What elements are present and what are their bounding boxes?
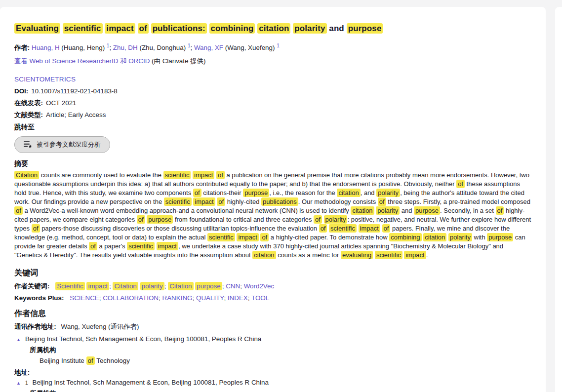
highlighted-term: purpose <box>414 206 440 215</box>
highlighted-term: polarity <box>376 189 400 197</box>
authors-row: 作者: Huang, H (Huang, Heng) 1; Zhu, DH (Z… <box>14 44 532 52</box>
keyword-scientific-impact[interactable]: impact <box>86 282 109 290</box>
highlighted-term: impact <box>404 251 426 259</box>
corresponding-address-row: ▲ Beijing Inst Technol, Sch Management &… <box>14 335 532 343</box>
keyword-cnn[interactable]: CNN <box>226 282 240 290</box>
author-keywords-list: Scientific impact; Citation polarity; Ci… <box>55 282 274 290</box>
author-affiliation-sup[interactable]: 1 <box>277 42 280 48</box>
text-run <box>380 225 382 232</box>
document-type-label: 文献类型: <box>14 111 43 118</box>
collapse-triangle-icon[interactable]: ▲ <box>16 381 21 386</box>
text-run: ; <box>191 44 194 51</box>
collapse-triangle-icon[interactable]: ▲ <box>16 337 21 342</box>
text-run: . Our methodology consists <box>298 198 378 205</box>
highlighted-term: of <box>89 242 97 250</box>
text-run <box>149 24 151 33</box>
document-type-row: 文献类型:Article; Early Access <box>14 111 532 119</box>
text-run: ; <box>240 282 243 290</box>
address-row-1: ▲ 1 Beijing Inst Technol, Sch Management… <box>14 379 532 386</box>
published-online-label: 在线发表: <box>14 99 43 107</box>
highlighted-term: of <box>14 206 23 215</box>
highlighted-term: of <box>193 189 201 197</box>
highlighted-term: of <box>319 224 327 233</box>
keywords-plus-ranking[interactable]: RANKING <box>162 294 193 302</box>
text-run: Beijing Institute <box>40 357 86 364</box>
text-run: (Zhu, Donghua) <box>138 44 188 51</box>
text-run: three steps. Firstly, a pre-trained mode… <box>386 198 530 205</box>
highlighted-term: scientific <box>329 224 357 233</box>
text-run: (Huang, Heng) <box>60 44 107 51</box>
author-link-wang-xf[interactable]: Wang, XF <box>194 44 223 51</box>
highlighted-term: of <box>260 233 269 241</box>
author-keywords-row: 作者关键词: Scientific impact; Citation polar… <box>14 282 532 291</box>
citing-references-deep-analysis-label: 被引参考文献深度分析 <box>37 140 101 149</box>
highlighted-term: purpose <box>347 23 383 34</box>
keyword-citation-polarity[interactable]: Citation <box>113 282 138 290</box>
keyword-citation-polarity[interactable]: polarity <box>140 282 164 290</box>
author-keywords-label: 作者关键词: <box>14 282 49 290</box>
citing-references-deep-analysis-button[interactable]: 被引参考文献深度分析 <box>14 136 110 153</box>
keywords-plus-quality[interactable]: QUALITY <box>196 294 224 302</box>
right-panel-edge <box>555 7 562 392</box>
highlighted-term: polarity <box>293 23 326 34</box>
text-run: ; <box>109 44 113 51</box>
highlighted-term: of <box>314 215 322 224</box>
published-online-row: 在线发表:OCT 2021 <box>14 99 532 108</box>
keyword-citation-purpose[interactable]: purpose <box>195 282 222 290</box>
published-online-value: OCT 2021 <box>46 99 77 107</box>
jump-to-label: 跳转至 <box>14 123 532 132</box>
author-link-huang-h[interactable]: Huang, H <box>32 44 60 51</box>
highlighted-term: publications: <box>151 23 207 34</box>
keyword-scientific-impact[interactable]: Scientific <box>55 282 85 290</box>
highlighted-term: scientific <box>163 171 191 179</box>
highlighted-term: scientific <box>207 233 235 241</box>
addresses-label: 地址: <box>14 368 532 377</box>
highlighted-term: polarity <box>376 206 400 215</box>
author-link-zhu-dh[interactable]: Zhu, DH <box>113 44 138 51</box>
highlighted-term: of <box>217 197 225 206</box>
keywords-plus-tool[interactable]: TOOL <box>251 294 269 302</box>
keywords-plus-row: Keywords Plus: SCIENCE; COLLABORATION; R… <box>14 294 532 303</box>
corresponding-author-value: Wang, Xuefeng (通讯作者) <box>61 323 139 330</box>
text-run: ; <box>248 294 251 302</box>
highlighted-term: polarity <box>448 233 472 241</box>
keyword-word2vec[interactable]: Word2Vec <box>244 282 275 290</box>
address-text: Beijing Inst Technol, Sch Management & E… <box>32 379 268 386</box>
highlighted-term: of <box>216 171 225 179</box>
highlighted-term: of <box>138 23 149 34</box>
affiliation-name: Beijing Institute of Technology <box>40 357 532 364</box>
highlighted-term: Evaluating <box>14 23 60 34</box>
highlighted-term: citation <box>337 189 360 197</box>
keyword-citation-purpose[interactable]: Citation <box>168 282 193 290</box>
highlighted-term: purpose <box>147 215 173 224</box>
text-run: (Wang, Xuefeng) <box>223 44 277 51</box>
highlighted-term: combining <box>209 23 255 34</box>
highlighted-term: impact <box>237 233 258 241</box>
researcherid-orcid-link[interactable]: 查看 Web of Science ResearcherID 和 ORCID <box>14 57 150 65</box>
article-record-card: Evaluating scientific impact of publicat… <box>0 7 546 392</box>
highlighted-term: impact <box>193 197 215 206</box>
text-link[interactable] <box>138 282 140 290</box>
text-run: highly-cited <box>225 198 261 205</box>
text-run: , i.e., the reason for the <box>269 189 337 196</box>
highlighted-term: citation <box>257 23 290 34</box>
highlighted-term: of <box>378 197 386 206</box>
highlighted-term: polarity <box>324 215 348 224</box>
highlighted-term: impact <box>157 242 178 250</box>
corresponding-author-label: 通讯作者地址: <box>14 323 56 330</box>
highlighted-term: scientific <box>375 251 402 259</box>
text-run: a Word2Vec-a well-known word embedding a… <box>23 207 351 214</box>
highlighted-term: citation <box>351 206 374 215</box>
abstract-heading: 摘要 <box>14 159 532 168</box>
text-run: Technology <box>95 357 130 364</box>
keywords-plus-index[interactable]: INDEX <box>228 294 248 302</box>
highlighted-term: impact <box>193 171 214 179</box>
journal-link[interactable]: SCIENTOMETRICS <box>14 76 76 83</box>
text-run <box>135 24 138 33</box>
text-run: ; <box>159 294 162 302</box>
text-run: with <box>472 234 487 241</box>
keywords-plus-collaboration[interactable]: COLLABORATION <box>103 294 159 302</box>
abstract-text: Citation counts are commonly used to eva… <box>14 171 532 260</box>
text-run: (由 Clarivate 提供) <box>150 57 205 65</box>
keywords-plus-science[interactable]: SCIENCE <box>70 294 99 302</box>
